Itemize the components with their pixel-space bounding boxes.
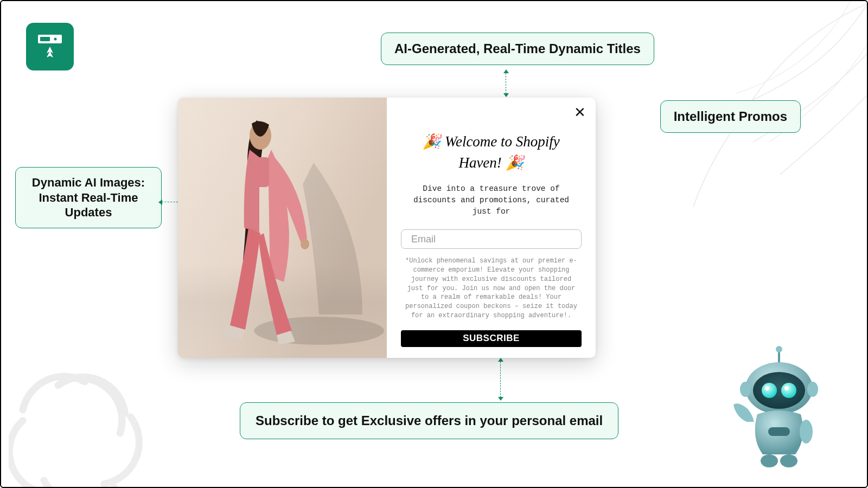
svg-point-16 xyxy=(807,382,818,397)
model-illustration xyxy=(178,98,387,358)
leader-bottom xyxy=(500,359,501,400)
svg-rect-17 xyxy=(768,427,790,436)
popup-subhead: Dive into a treasure trove of discounts … xyxy=(401,183,582,217)
svg-point-15 xyxy=(740,382,751,397)
app-logo-icon xyxy=(35,31,65,62)
svg-point-10 xyxy=(753,372,805,409)
popup-image-panel xyxy=(178,98,387,358)
callout-dynamic-titles: AI-Generated, Real-Time Dynamic Titles xyxy=(381,33,654,65)
robot-mascot xyxy=(726,346,829,471)
svg-point-8 xyxy=(776,346,782,352)
arrow-bottom-down xyxy=(498,397,503,401)
subscribe-popup: ✕ 🎉 Welcome to Shopify Haven! 🎉 Dive int… xyxy=(178,98,596,358)
svg-point-6 xyxy=(301,239,309,249)
close-button[interactable]: ✕ xyxy=(574,105,586,119)
svg-point-13 xyxy=(765,386,769,390)
callout-intelligent-promos: Intelligent Promos xyxy=(660,100,801,133)
arrow-top-up xyxy=(503,69,509,73)
svg-point-14 xyxy=(784,386,789,390)
popup-fineprint: *Unlock phenomenal savings at our premie… xyxy=(401,256,582,320)
svg-rect-1 xyxy=(40,37,50,41)
svg-point-20 xyxy=(780,454,797,467)
leader-left xyxy=(162,202,178,202)
arrow-bottom-up xyxy=(498,358,503,362)
marketing-canvas: AI-Generated, Real-Time Dynamic Titles I… xyxy=(0,0,868,488)
svg-rect-5 xyxy=(253,157,269,187)
svg-point-2 xyxy=(54,38,57,41)
leader-top xyxy=(506,70,506,97)
email-field[interactable] xyxy=(401,229,582,249)
popup-headline: 🎉 Welcome to Shopify Haven! 🎉 xyxy=(401,131,582,174)
callout-subscribe-cta: Subscribe to get Exclusive offers in you… xyxy=(240,402,618,439)
app-logo xyxy=(26,23,74,70)
svg-point-18 xyxy=(800,420,813,444)
svg-point-11 xyxy=(762,383,777,398)
arrow-left xyxy=(158,200,162,205)
subscribe-button[interactable]: SUBSCRIBE xyxy=(401,330,582,347)
callout-dynamic-images: Dynamic AI Images: Instant Real-Time Upd… xyxy=(15,167,162,228)
popup-content: ✕ 🎉 Welcome to Shopify Haven! 🎉 Dive int… xyxy=(387,98,596,358)
svg-point-19 xyxy=(761,454,778,467)
swirl-decoration xyxy=(9,368,150,488)
arrow-top-down xyxy=(503,93,509,97)
svg-point-12 xyxy=(781,383,796,398)
